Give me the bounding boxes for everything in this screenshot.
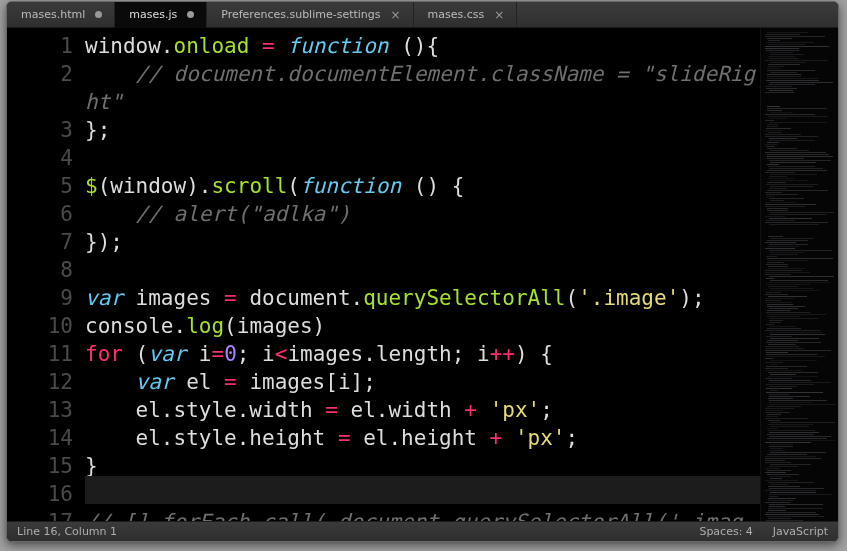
code-line: el.style.height = el.height + 'px';	[85, 424, 760, 452]
minimap-stroke	[767, 516, 824, 517]
minimap-stroke	[765, 120, 774, 121]
minimap-stroke	[765, 298, 794, 299]
minimap-stroke	[768, 420, 780, 421]
minimap-stroke	[765, 368, 788, 369]
minimap-stroke	[768, 296, 807, 297]
tab-label: Preferences.sublime-settings	[221, 8, 380, 21]
minimap-stroke	[768, 116, 828, 117]
minimap-stroke	[766, 336, 792, 337]
minimap-stroke	[768, 64, 800, 65]
status-indentation[interactable]: Spaces: 4	[699, 525, 752, 538]
minimap-stroke	[769, 394, 789, 395]
code-line: var el = images[i];	[85, 368, 760, 396]
minimap-stroke	[765, 418, 808, 419]
minimap-stroke	[765, 86, 792, 87]
tab-label: mases.css	[428, 8, 485, 21]
minimap-stroke	[769, 250, 832, 251]
minimap[interactable]	[760, 28, 838, 521]
minimap-stroke	[765, 114, 815, 115]
minimap-stroke	[768, 260, 808, 261]
minimap-stroke	[765, 60, 828, 61]
minimap-stroke	[765, 514, 819, 515]
minimap-stroke	[768, 518, 791, 519]
minimap-stroke	[767, 170, 827, 171]
minimap-stroke	[767, 106, 780, 107]
code-line: window.onload = function (){	[85, 32, 760, 60]
minimap-stroke	[765, 462, 791, 463]
close-icon[interactable]: ×	[391, 8, 401, 22]
minimap-stroke	[766, 342, 821, 343]
code-line	[85, 256, 760, 284]
minimap-stroke	[765, 472, 786, 473]
minimap-stroke	[769, 244, 808, 245]
minimap-stroke	[765, 36, 825, 37]
minimap-stroke	[765, 272, 810, 273]
status-cursor-position[interactable]: Line 16, Column 1	[17, 525, 117, 538]
tab-label: mases.html	[21, 8, 85, 21]
minimap-stroke	[768, 398, 793, 399]
minimap-stroke	[765, 192, 782, 193]
minimap-stroke	[768, 246, 799, 247]
minimap-stroke	[765, 458, 821, 459]
minimap-stroke	[767, 306, 805, 307]
minimap-stroke	[767, 76, 801, 77]
line-gutter: 123456789101112131415161718	[7, 28, 85, 521]
minimap-stroke	[770, 448, 783, 449]
minimap-stroke	[765, 378, 792, 379]
minimap-stroke	[769, 506, 785, 507]
code-line: el.style.width = el.width + 'px';	[85, 396, 760, 424]
minimap-stroke	[770, 174, 817, 175]
line-number: 11	[7, 340, 73, 368]
minimap-stroke	[767, 208, 788, 209]
minimap-stroke	[766, 202, 797, 203]
tab-mases-html[interactable]: mases.html	[7, 2, 115, 27]
line-number: 6	[7, 200, 73, 228]
minimap-stroke	[769, 188, 787, 189]
status-language[interactable]: JavaScript	[773, 525, 828, 538]
minimap-stroke	[767, 304, 793, 305]
status-bar: Line 16, Column 1 Spaces: 4 JavaScript	[7, 521, 838, 541]
minimap-stroke	[767, 314, 826, 315]
minimap-stroke	[768, 486, 800, 487]
minimap-stroke	[767, 454, 807, 455]
tab-mases-css[interactable]: mases.css×	[414, 2, 518, 27]
minimap-stroke	[767, 356, 825, 357]
minimap-stroke	[767, 32, 808, 33]
minimap-stroke	[766, 412, 790, 413]
minimap-stroke	[767, 406, 801, 407]
line-number: 16	[7, 480, 73, 508]
minimap-stroke	[765, 460, 785, 461]
minimap-stroke	[768, 236, 783, 237]
code-line: for (var i=0; i<images.length; i++) {	[85, 340, 760, 368]
minimap-stroke	[769, 466, 798, 467]
minimap-stroke	[769, 380, 811, 381]
code-line: // [].forEach.call( document.querySelect…	[85, 508, 760, 521]
minimap-stroke	[770, 478, 782, 479]
minimap-stroke	[767, 148, 797, 149]
line-number: 8	[7, 256, 73, 284]
minimap-stroke	[769, 404, 836, 405]
minimap-stroke	[769, 198, 804, 199]
minimap-stroke	[766, 264, 788, 265]
tab-preferences-sublime-settings[interactable]: Preferences.sublime-settings×	[207, 2, 413, 27]
code-line: });	[85, 228, 760, 256]
minimap-stroke	[770, 254, 798, 255]
dirty-indicator-icon	[187, 11, 194, 18]
minimap-stroke	[765, 216, 785, 217]
tab-mases-js[interactable]: mases.js	[115, 2, 207, 28]
close-icon[interactable]: ×	[494, 8, 504, 22]
minimap-stroke	[765, 136, 818, 137]
minimap-stroke	[769, 52, 793, 53]
minimap-stroke	[769, 432, 819, 433]
minimap-stroke	[769, 160, 831, 161]
minimap-stroke	[765, 206, 805, 207]
minimap-stroke	[769, 496, 778, 497]
line-number: 5	[7, 172, 73, 200]
minimap-stroke	[768, 344, 796, 345]
minimap-stroke	[767, 474, 799, 475]
code-area[interactable]: window.onload = function (){ // document…	[85, 28, 760, 521]
minimap-stroke	[770, 334, 825, 335]
minimap-stroke	[770, 492, 816, 493]
minimap-stroke	[765, 130, 782, 131]
minimap-stroke	[769, 140, 815, 141]
